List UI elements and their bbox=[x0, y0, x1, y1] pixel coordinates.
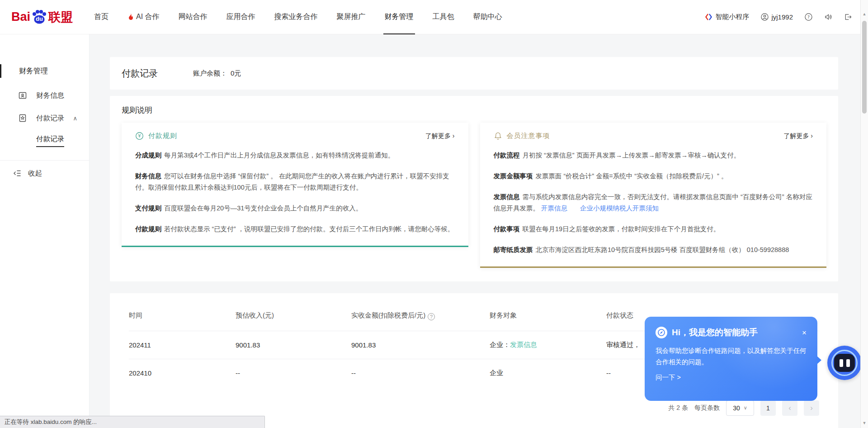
rule-item: 付款规则若付款状态显示 “已支付” ，说明联盟已安排了您的付款。支付后三个工作日… bbox=[135, 224, 455, 235]
cell-finance-object: 企业 bbox=[490, 359, 606, 387]
sidebar-item-payment-records[interactable]: 付款记录 ∧ bbox=[0, 107, 89, 129]
help-button[interactable]: ? bbox=[805, 13, 812, 21]
popup-tail bbox=[816, 356, 821, 365]
sidebar-item-finance-info[interactable]: 财务信息 bbox=[0, 84, 89, 107]
cell-time: 202410 bbox=[129, 359, 236, 387]
coin-icon: ¥ bbox=[135, 132, 144, 140]
payment-rules-card: ¥ 付款规则 了解更多 › 分成规则每月第3或4个工作日产出上月分成信息及发票信… bbox=[122, 123, 468, 247]
status-text: 正在等待 xlab.baidu.com 的响应... bbox=[5, 418, 97, 425]
payment-rules-more-link[interactable]: 了解更多 › bbox=[425, 132, 455, 140]
rule-item: 邮寄纸质发票北京市海淀区西北旺东路10号院百度科技园5号楼 百度联盟财务组（收）… bbox=[494, 244, 813, 256]
member-notes-more-link[interactable]: 了解更多 › bbox=[783, 132, 813, 140]
baidu-paw-icon: du bbox=[31, 9, 48, 26]
col-time: 时间 bbox=[129, 302, 236, 331]
nav-toolkit[interactable]: 工具包 bbox=[423, 0, 464, 34]
per-page-select[interactable]: 30 ∨ bbox=[726, 400, 754, 416]
pagination-bar: 共 2 条 每页条数 30 ∨ 1 ‹ › bbox=[129, 400, 819, 416]
nav-app-cooperation[interactable]: 应用合作 bbox=[217, 0, 265, 34]
member-notes-title: 会员注意事项 bbox=[507, 132, 550, 140]
total-count: 共 2 条 bbox=[668, 404, 688, 412]
assistant-message: 我会帮助您诊断合作链路问题，以及解答您关于任何合作相关的问题。 bbox=[656, 345, 807, 367]
chevron-up-icon[interactable]: ∧ bbox=[73, 115, 77, 122]
cell-estimated: 9001.83 bbox=[236, 331, 351, 359]
user-account[interactable]: jyj1992 bbox=[761, 13, 793, 21]
menu-fold-icon bbox=[13, 169, 22, 178]
svg-text:?: ? bbox=[807, 14, 810, 19]
rule-item: 付款事项联盟在每月19日之后签收的发票，付款时间安排在下个月首批支付。 bbox=[494, 224, 813, 235]
logout-button[interactable] bbox=[844, 13, 852, 21]
topbar-right-tools: 智能小程序 jyj1992 ? bbox=[705, 13, 852, 21]
logo-text-bai: Bai bbox=[11, 10, 30, 24]
invoice-info-link[interactable]: 开票信息 bbox=[541, 204, 567, 212]
rule-item: 发票金额事项发票票面 “价税合计” 金额=系统中 “实收金额（扣除税费后/元）”… bbox=[494, 171, 813, 182]
per-page-label: 每页条数 bbox=[694, 404, 720, 412]
assistant-title: Hi，我是您的智能助手 bbox=[672, 327, 758, 338]
account-balance: 账户余额： 0元 bbox=[193, 69, 241, 78]
info-tooltip-icon[interactable]: ? bbox=[428, 313, 435, 320]
member-notes-card: 会员注意事项 了解更多 › 付款流程月初按 “发票信息” 页面开具发票→上传发票… bbox=[480, 123, 827, 268]
main-nav: 首页 AI 合作 网站合作 应用合作 搜索业务合作 聚屏推广 财务管理 工具包 … bbox=[85, 0, 512, 34]
flame-icon bbox=[127, 13, 134, 21]
small-taxpayer-notes-link[interactable]: 企业小规模纳税人开票须知 bbox=[580, 204, 659, 212]
vertical-scrollbar[interactable]: ▲ ▼ bbox=[860, 0, 868, 428]
smart-mini-program-link[interactable]: 智能小程序 bbox=[705, 13, 749, 21]
svg-text:¥: ¥ bbox=[138, 133, 141, 138]
browser-status-tooltip: 正在等待 xlab.baidu.com 的响应... bbox=[0, 416, 265, 428]
rules-section-title: 规则说明 bbox=[122, 105, 826, 115]
robot-ring bbox=[831, 350, 858, 376]
announcement-speaker-button[interactable] bbox=[824, 13, 832, 21]
ask-now-link[interactable]: 问一下 > bbox=[656, 373, 807, 382]
nav-finance-management[interactable]: 财务管理 bbox=[375, 0, 423, 34]
nav-home[interactable]: 首页 bbox=[85, 0, 118, 34]
bell-icon bbox=[494, 132, 502, 140]
assistant-popup-header: Hi，我是您的智能助手 × bbox=[656, 327, 807, 338]
nav-search-business[interactable]: 搜索业务合作 bbox=[265, 0, 327, 34]
rule-item: 付款流程月初按 “发票信息” 页面开具发票→上传发票→邮寄发票→审核→确认支付。 bbox=[494, 150, 813, 161]
nav-help-center[interactable]: 帮助中心 bbox=[464, 0, 512, 34]
cell-finance-object: 企业：发票信息 bbox=[490, 331, 606, 359]
scroll-down-arrow[interactable]: ▼ bbox=[861, 421, 868, 425]
page-1-button[interactable]: 1 bbox=[760, 400, 776, 416]
cell-actual: 9001.83 bbox=[351, 331, 490, 359]
rule-item: 支付规则百度联盟会在每月20号—31号支付企业会员上个自然月产生的收入。 bbox=[135, 203, 455, 214]
rule-item: 财务信息您可以在财务信息中选择 “保留付款” 。 在此期间您产生的收入将在账户内… bbox=[135, 171, 455, 193]
baidu-union-logo[interactable]: Bai du 联盟 bbox=[11, 9, 73, 26]
robot-face-icon bbox=[834, 354, 855, 372]
member-notes-header: 会员注意事项 了解更多 › bbox=[494, 132, 813, 140]
logo-text-du: du bbox=[36, 15, 43, 22]
payment-rules-title: 付款规则 bbox=[148, 132, 177, 140]
user-icon bbox=[761, 13, 769, 21]
left-sidebar: 财务管理 财务信息 付款记录 ∧ 付款记录 bbox=[0, 34, 90, 428]
compass-icon bbox=[656, 327, 667, 338]
close-icon[interactable]: × bbox=[802, 329, 807, 337]
rules-row: ¥ 付款规则 了解更多 › 分成规则每月第3或4个工作日产出上月分成信息及发票信… bbox=[122, 123, 826, 268]
rules-section-card: 规则说明 ¥ 付款规则 了解更多 › 分成规则每月第3或4个工作日产出上月分成信… bbox=[110, 96, 838, 281]
payment-rules-header: ¥ 付款规则 了解更多 › bbox=[135, 132, 455, 140]
prev-page-button[interactable]: ‹ bbox=[782, 400, 797, 416]
smart-assistant-popup: Hi，我是您的智能助手 × 我会帮助您诊断合作链路问题，以及解答您关于任何合作相… bbox=[645, 317, 817, 401]
top-navigation-bar: Bai du 联盟 首页 AI 合作 网站合作 应用合作 搜索业务合作 聚屏推广… bbox=[0, 0, 868, 34]
assistant-robot-avatar[interactable] bbox=[827, 346, 862, 380]
balance-value: 0元 bbox=[231, 69, 241, 78]
scroll-up-arrow[interactable]: ▲ bbox=[861, 12, 868, 16]
rule-item: 发票信息需与系统内发票信息内容完全一致，否则无法支付。请根据发票信息页面中 “百… bbox=[494, 191, 813, 214]
nav-ai-cooperation[interactable]: AI 合作 bbox=[118, 0, 169, 34]
id-card-icon bbox=[18, 91, 28, 100]
cell-estimated: -- bbox=[236, 359, 351, 387]
receipt-badge-icon bbox=[18, 114, 28, 123]
sidebar-subitem-payment-records-active[interactable]: 付款记录 bbox=[0, 129, 89, 152]
invoice-info-cell-link[interactable]: 发票信息 bbox=[510, 341, 537, 348]
nav-website-cooperation[interactable]: 网站合作 bbox=[169, 0, 217, 34]
logo-text-union: 联盟 bbox=[48, 9, 73, 25]
col-estimated-income: 预估收入(元) bbox=[236, 302, 351, 331]
rule-item: 分成规则每月第3或4个工作日产出上月分成信息及发票信息，如有特殊情况将提前通知。 bbox=[135, 150, 455, 161]
chevron-down-icon: ∨ bbox=[744, 405, 747, 411]
nav-screen-promotion[interactable]: 聚屏推广 bbox=[327, 0, 375, 34]
scrollbar-thumb[interactable] bbox=[862, 21, 867, 114]
cell-actual: -- bbox=[351, 359, 490, 387]
balance-label: 账户余额： bbox=[193, 69, 227, 78]
mini-program-icon bbox=[705, 13, 712, 21]
col-finance-object: 财务对象 bbox=[490, 302, 606, 331]
next-page-button[interactable]: › bbox=[804, 400, 819, 416]
sidebar-collapse-button[interactable]: 收起 bbox=[0, 161, 89, 186]
